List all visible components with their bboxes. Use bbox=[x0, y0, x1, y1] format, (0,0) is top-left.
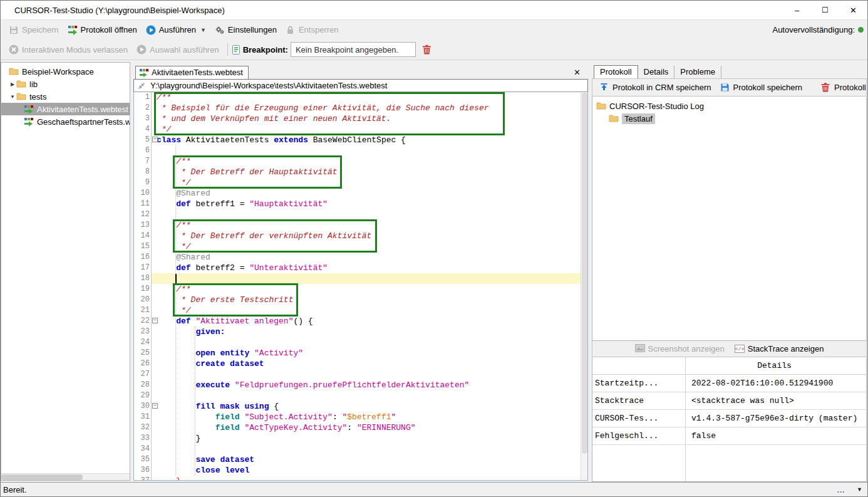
code-line-36[interactable]: 36 close level bbox=[134, 465, 581, 476]
log-root-item[interactable]: CURSOR-Test-Studio Log bbox=[592, 100, 866, 112]
code-line-8[interactable]: 8 * Der Betreff der Hauptaktivität bbox=[134, 167, 581, 177]
line-number-gutter: 30− bbox=[134, 401, 152, 412]
code-line-9[interactable]: 9 */ bbox=[134, 177, 581, 188]
code-line-27[interactable]: 27 bbox=[134, 369, 581, 380]
settings-label: Einstellungen bbox=[228, 25, 277, 34]
column-divider bbox=[685, 357, 686, 481]
code-editor[interactable]: 1/**2 * Beispiel für die Erzeugung einer… bbox=[133, 92, 588, 481]
code-line-32[interactable]: 32 field "ActTypeKey.Activity": "ERINNER… bbox=[134, 422, 581, 433]
fold-marker-icon[interactable]: − bbox=[152, 403, 158, 409]
code-line-3[interactable]: 3 * und dem Verknüpfen mit einer neuen A… bbox=[134, 113, 581, 124]
code-line-10[interactable]: 10 @Shared bbox=[134, 188, 581, 199]
save-button[interactable]: Speichern bbox=[4, 23, 63, 38]
scrollbar-thumb[interactable] bbox=[1, 474, 83, 480]
run-dropdown-icon[interactable]: ▼ bbox=[200, 27, 206, 33]
code-line-28[interactable]: 28 execute "Feldpruefungen.pruefePflicht… bbox=[134, 380, 581, 390]
expander-icon[interactable]: ▼ bbox=[9, 94, 16, 100]
tree-item-aktivitaetentests[interactable]: AktivitaetenTests.webtest bbox=[1, 103, 130, 115]
code-line-6[interactable]: 6 bbox=[134, 145, 581, 156]
code-line-35[interactable]: 35 save dataset bbox=[134, 454, 581, 465]
tree-item-workspace-root[interactable]: Beispiel-Workspace bbox=[1, 65, 130, 78]
expander-icon[interactable]: ▶ bbox=[9, 81, 16, 87]
code-line-24[interactable]: 24 bbox=[134, 337, 581, 348]
fold-marker-icon[interactable]: − bbox=[152, 137, 158, 142]
run-button[interactable]: Ausführen ▼ bbox=[142, 23, 210, 38]
detail-value: 2022-08-02T16:10:00.512941900 bbox=[685, 375, 866, 392]
code-line-5[interactable]: 5−class AktivitaetenTests extends BaseWe… bbox=[134, 135, 581, 145]
code-line-2[interactable]: 2 * Beispiel für die Erzeugung einer Akt… bbox=[134, 103, 581, 113]
tab-label: AktivitaetenTests.webtest bbox=[152, 68, 243, 77]
line-number-gutter: 35 bbox=[134, 454, 152, 465]
code-line-1[interactable]: 1/** bbox=[134, 92, 581, 103]
code-line-34[interactable]: 34 bbox=[134, 444, 581, 454]
editor-vertical-scrollbar[interactable] bbox=[581, 92, 587, 480]
show-stacktrace-label: StackTrace anzeigen bbox=[748, 344, 824, 353]
tab-details[interactable]: Details bbox=[638, 66, 675, 78]
clear-breakpoint-trash-icon[interactable] bbox=[422, 44, 432, 55]
code-line-16[interactable]: 16 @Shared bbox=[134, 252, 581, 263]
fold-marker-icon[interactable]: − bbox=[152, 318, 158, 323]
tree-item-geschaeftspartnertests[interactable]: GeschaeftspartnerTests.we bbox=[1, 115, 130, 128]
save-label: Speichern bbox=[22, 25, 59, 34]
tab-protokoll[interactable]: Protokoll bbox=[594, 65, 638, 78]
tab-aktivitaetentests[interactable]: AktivitaetenTests.webtest bbox=[135, 66, 249, 79]
folder-icon bbox=[609, 113, 619, 123]
sidebar-horizontal-scrollbar[interactable] bbox=[1, 473, 130, 480]
code-line-17[interactable]: 17 def betreff2 = "Unteraktivität" bbox=[134, 263, 581, 273]
tab-probleme[interactable]: Probleme bbox=[674, 66, 721, 78]
code-line-31[interactable]: 31 field "Subject.Activity": "$betreff1" bbox=[134, 412, 581, 422]
code-line-29[interactable]: 29 bbox=[134, 390, 581, 401]
maximize-button[interactable]: ☐ bbox=[811, 1, 839, 19]
code-line-33[interactable]: 33 } bbox=[134, 433, 581, 444]
code-line-22[interactable]: 22− def "Aktitivaet anlegen"() { bbox=[134, 316, 581, 327]
log-testlauf-label: Testlauf bbox=[622, 113, 655, 124]
editor-close-icon[interactable]: ✕ bbox=[574, 68, 581, 77]
show-stacktrace-button[interactable]: </> StackTrace anzeigen bbox=[735, 344, 824, 353]
close-button[interactable]: ✕ bbox=[839, 1, 867, 19]
settings-button[interactable]: Einstellungen bbox=[210, 23, 281, 38]
clear-protocol-button[interactable]: Protokoll leeren bbox=[818, 81, 867, 95]
status-dropdown-icon[interactable]: ▼ bbox=[857, 486, 862, 493]
code-line-25[interactable]: 25 open entity "Activity" bbox=[134, 348, 581, 358]
detail-key: Stacktrace bbox=[592, 392, 685, 409]
code-line-7[interactable]: 7 /** bbox=[134, 156, 581, 167]
unlock-button[interactable]: Entsperren bbox=[281, 23, 343, 38]
open-protocol-button[interactable]: Protokoll öffnen bbox=[63, 23, 142, 38]
breakpoint-input[interactable] bbox=[291, 42, 416, 57]
code-line-4[interactable]: 4 */ bbox=[134, 124, 581, 135]
code-line-20[interactable]: 20 * Der erste Testschritt bbox=[134, 295, 581, 305]
leave-interactive-button[interactable]: Interaktiven Modus verlassen bbox=[4, 42, 132, 57]
code-line-30[interactable]: 30− fill mask using { bbox=[134, 401, 581, 412]
code-line-15[interactable]: 15 */ bbox=[134, 241, 581, 252]
run-selection-button[interactable]: Auswahl ausführen bbox=[132, 42, 224, 57]
code-line-12[interactable]: 12 bbox=[134, 209, 581, 220]
detail-value: v1.4.3-587-g75e96e3-dirty (master) bbox=[685, 410, 866, 427]
code-line-26[interactable]: 26 create dataset bbox=[134, 358, 581, 369]
code-line-11[interactable]: 11 def betreff1 = "Hauptaktivität" bbox=[134, 199, 581, 209]
code-line-13[interactable]: 13 /** bbox=[134, 220, 581, 231]
code-line-18[interactable]: 18 bbox=[134, 273, 581, 284]
code-line-37[interactable]: 37 } bbox=[134, 476, 581, 480]
save-protocol-button[interactable]: Protokoll speichern bbox=[717, 81, 806, 95]
details-row[interactable]: Fehlgeschl... false bbox=[592, 427, 866, 445]
workspace-tree: Beispiel-Workspace ▶ lib ▼ tests Ak bbox=[1, 63, 130, 473]
details-table: Details Startzeitp... 2022-08-02T16:10:0… bbox=[592, 357, 867, 482]
line-number-gutter: 17 bbox=[134, 263, 152, 273]
code-line-23[interactable]: 23 given: bbox=[134, 327, 581, 337]
minimize-button[interactable]: – bbox=[783, 1, 811, 19]
overflow-icon[interactable]: … bbox=[837, 485, 845, 494]
tree-item-tests[interactable]: ▼ tests bbox=[1, 90, 130, 103]
details-header-row: Details bbox=[592, 357, 866, 375]
details-row[interactable]: Stacktrace <stacktrace was null> bbox=[592, 392, 866, 410]
tree-item-lib[interactable]: ▶ lib bbox=[1, 78, 130, 90]
save-protocol-crm-button[interactable]: Protokoll in CRM speichern bbox=[596, 81, 715, 95]
code-line-19[interactable]: 19 /** bbox=[134, 284, 581, 295]
show-screenshot-button[interactable]: Screenshot anzeigen bbox=[635, 344, 725, 354]
scrollbar-thumb[interactable] bbox=[582, 93, 587, 454]
details-row[interactable]: Startzeitp... 2022-08-02T16:10:00.512941… bbox=[592, 375, 866, 392]
code-line-14[interactable]: 14 * Der Betreff der verknüpften Aktivit… bbox=[134, 231, 581, 241]
log-testlauf-item[interactable]: Testlauf bbox=[592, 112, 866, 125]
code-line-21[interactable]: 21 */ bbox=[134, 305, 581, 316]
collapse-icon[interactable] bbox=[138, 82, 145, 90]
details-row[interactable]: CURSOR-Tes... v1.4.3-587-g75e96e3-dirty … bbox=[592, 410, 866, 427]
